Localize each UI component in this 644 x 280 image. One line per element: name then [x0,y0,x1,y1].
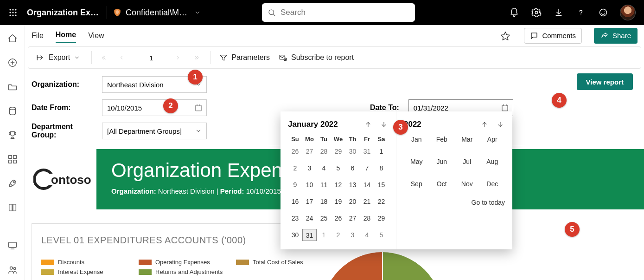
datepicker-month-cell[interactable]: Apr [480,136,505,143]
datepicker-month-cell[interactable]: Mar [454,136,480,143]
datepicker-next-month[interactable] [379,120,389,129]
datepicker-month-cell[interactable]: Jul [454,158,480,165]
nav-deployment[interactable] [7,178,18,189]
datepicker-day[interactable]: 11 [317,179,331,191]
datepicker-day[interactable]: 15 [374,179,389,191]
nav-my-workspace[interactable] [7,265,18,275]
datepicker-day[interactable]: 7 [360,162,374,174]
param-datefrom-input[interactable]: 10/10/2015 [102,99,207,116]
account-avatar[interactable] [620,5,636,20]
datepicker-day[interactable]: 27 [302,145,317,157]
datepicker-day[interactable]: 27 [345,212,360,224]
datepicker-day[interactable]: 18 [317,195,331,208]
sensitivity-label-button[interactable]: Confidential\Micro... [113,8,201,18]
datepicker-day[interactable]: 30 [345,145,360,157]
datepicker-next-year[interactable] [496,120,505,129]
datepicker-day[interactable]: 3 [345,229,360,241]
datepicker-day[interactable]: 13 [345,179,360,191]
svg-point-5 [15,12,16,13]
datepicker-day[interactable]: 12 [331,179,345,191]
datepicker-day[interactable]: 25 [317,212,331,224]
datepicker-day[interactable]: 28 [360,212,374,224]
nav-create[interactable] [7,58,18,68]
datepicker-prev-year[interactable] [480,120,489,129]
datepicker-month-cell[interactable]: Nov [454,180,480,188]
datepicker-day[interactable]: 24 [302,212,317,224]
datepicker-day[interactable]: 31 [360,145,374,157]
datepicker-day[interactable]: 9 [288,179,302,191]
datepicker-day[interactable]: 20 [345,195,360,208]
datepicker-day[interactable]: 5 [374,229,389,241]
help-button[interactable] [575,7,587,18]
datepicker-month-cell[interactable]: May [404,158,429,165]
datepicker-month-cell[interactable]: Dec [480,180,505,188]
datepicker-day[interactable]: 3 [302,162,317,174]
datepicker-day[interactable]: 14 [360,179,374,191]
nav-learn[interactable] [7,202,18,213]
datepicker-day[interactable]: 26 [331,212,345,224]
datepicker-day[interactable]: 19 [331,195,345,208]
datepicker-day[interactable]: 21 [360,195,374,208]
datepicker-day[interactable]: 1 [317,229,331,241]
notifications-button[interactable] [509,7,520,18]
datepicker-month-cell[interactable]: Jun [429,158,455,165]
datepicker-month-cell[interactable]: Oct [429,180,455,188]
share-button[interactable]: Share [594,28,638,44]
datepicker-day[interactable]: 4 [360,229,374,241]
datepicker-day[interactable]: 16 [288,195,302,208]
page-last[interactable] [194,54,202,61]
datepicker-day[interactable]: 4 [317,162,331,174]
view-report-button[interactable]: View report [577,73,633,90]
datepicker-day[interactable]: 2 [288,162,302,174]
datepicker-day[interactable]: 31 [302,229,317,241]
export-button[interactable]: Export [33,52,83,64]
datepicker-month-cell[interactable]: Feb [429,136,455,143]
search-box[interactable] [262,3,415,22]
nav-apps[interactable] [7,154,18,164]
app-launcher-button[interactable] [5,4,21,21]
datepicker-prev-month[interactable] [363,120,373,129]
breadcrumb[interactable]: Organization Expe... [27,8,101,18]
nav-home[interactable] [7,33,18,44]
downloads-button[interactable] [553,7,564,18]
page-next[interactable] [175,55,184,60]
datepicker-day[interactable]: 6 [345,162,360,174]
datepicker-day[interactable]: 8 [374,162,389,174]
nav-data-hub[interactable] [7,106,18,116]
comments-button[interactable]: Comments [524,28,582,44]
favorite-button[interactable] [499,29,512,42]
datepicker-day[interactable]: 5 [331,162,345,174]
parameters-button[interactable]: Parameters [219,53,270,62]
menu-home[interactable]: Home [56,28,76,43]
nav-metrics[interactable] [7,130,18,140]
page-number-input[interactable] [137,51,165,64]
nav-browse[interactable] [7,82,18,92]
menu-view[interactable]: View [88,29,104,43]
feedback-button[interactable] [598,7,609,18]
datepicker-day[interactable]: 30 [288,229,302,241]
page-first[interactable] [100,54,108,61]
datepicker-go-today[interactable]: Go to today [404,199,505,206]
menu-file[interactable]: File [32,29,44,43]
param-dept-dropdown[interactable]: [All Department Groups] [102,123,207,139]
search-input[interactable] [281,8,409,17]
nav-workspaces[interactable] [7,241,18,251]
datepicker-month-cell[interactable]: Jan [404,136,429,143]
datepicker-day[interactable]: 10 [302,179,317,191]
datepicker-day[interactable]: 22 [374,195,389,208]
datepicker-day[interactable]: 29 [331,145,345,157]
datepicker-month-title[interactable]: January 2022 [288,120,338,129]
legend-item: Discounts [41,259,139,266]
datepicker-day[interactable]: 23 [288,212,302,224]
settings-button[interactable] [531,7,542,18]
datepicker-month-cell[interactable]: Aug [480,158,505,165]
datepicker-day[interactable]: 1 [374,145,389,157]
datepicker-day[interactable]: 17 [302,195,317,208]
subscribe-button[interactable]: Subscribe to report [278,53,354,62]
page-prev[interactable] [119,55,127,60]
datepicker-day[interactable]: 29 [374,212,389,224]
datepicker-day[interactable]: 2 [331,229,345,241]
datepicker-day[interactable]: 26 [288,145,302,157]
datepicker-month-cell[interactable]: Sep [404,180,429,188]
datepicker-day[interactable]: 28 [317,145,331,157]
